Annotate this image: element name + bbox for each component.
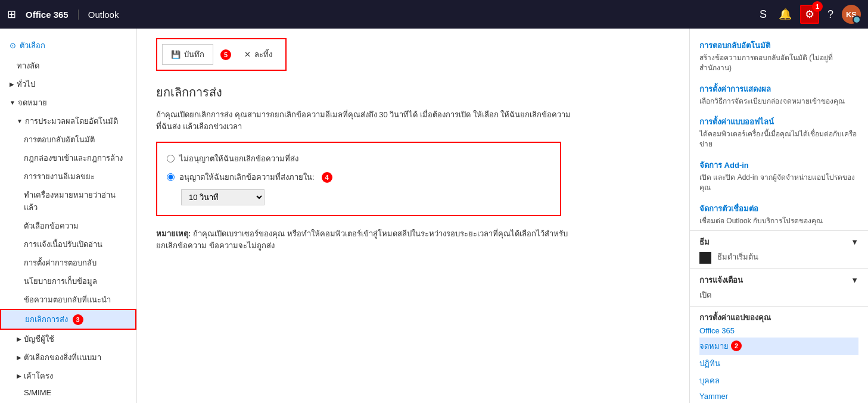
shortcuts-label: ทางลัด	[17, 61, 39, 70]
back-button[interactable]: ⊙ ตัวเลือก	[0, 35, 136, 57]
notification-title: การแจ้งเตือน	[699, 274, 743, 286]
save-button[interactable]: 💾 บันทึก	[162, 44, 213, 65]
display-settings-link[interactable]: การตั้งค่าการแสดงผล	[699, 83, 858, 95]
settings-badge: 1	[812, 1, 823, 12]
theme-header[interactable]: ธีม ▼	[699, 236, 858, 248]
sidebar-item-undo-send[interactable]: ยกเลิกการส่ง 3	[0, 309, 136, 330]
app-settings-link-people[interactable]: บุคคล	[699, 372, 858, 389]
app-settings-title: การตั้งค่าแอปของคุณ	[699, 311, 771, 324]
notification-expand-icon: ▼	[851, 276, 858, 285]
app-settings-link-yammer[interactable]: Yammer	[699, 389, 858, 403]
addins-link[interactable]: จัดการ Add-in	[699, 159, 858, 171]
theme-content: ธีมดำเริ่มต้น	[699, 251, 858, 264]
notification-content: เปิด	[699, 289, 858, 301]
sidebar-item-retention[interactable]: นโยบายการเก็บข้อมูล	[0, 272, 136, 290]
main-wrapper: ⊙ ตัวเลือก ทางลัด ▶ ทั่วไป ▼ จดหมาย ▼ กา…	[0, 29, 868, 403]
page-description: ถ้าคุณเปิดยกเลิกการส่ง คุณสามารถยกเลิกข้…	[156, 109, 573, 132]
sidebar-item-accounts[interactable]: ▶ บัญชีผู้ใช้	[0, 330, 136, 348]
app-title: Office 365	[26, 10, 79, 20]
note-label: หมายเหตุ:	[156, 229, 191, 238]
addins-desc: เปิด และปิด Add-in จากผู้จัดจำหน่ายแอปโป…	[699, 173, 858, 193]
sidebar-item-auto-processing[interactable]: ▼ การประมวลผลโดยอัตโนมัติ	[0, 112, 136, 130]
select-row: 10 วินาที 20 วินาที 30 วินาที	[167, 189, 550, 205]
sidebar-item-layout[interactable]: ▶ เค้าโครง	[0, 367, 136, 385]
offline-settings-link[interactable]: การตั้งค่าแบบออฟไลน์	[699, 115, 858, 128]
radio-no-undo[interactable]	[167, 155, 175, 163]
right-panel-offline-settings: การตั้งค่าแบบออฟไลน์ ได้คอมพิวเตอร์เครื่…	[690, 111, 868, 154]
app-settings-link-office365[interactable]: Office 365	[699, 324, 858, 338]
sidebar-item-attachment-options[interactable]: ▶ ตัวเลือกของสิ่งที่แนบมา	[0, 348, 136, 367]
left-sidebar: ⊙ ตัวเลือก ทางลัด ▶ ทั่วไป ▼ จดหมาย ▼ กา…	[0, 29, 137, 403]
radio-option2-label[interactable]: อนุญาตให้ฉันยกเลิกข้อความที่ส่งภายใน:	[179, 171, 315, 183]
app-settings-link-mail[interactable]: จดหมาย 2	[699, 338, 858, 355]
note-text: หมายเหตุ: ถ้าคุณเปิดเบราเซอร์ของคุณ หรือ…	[156, 228, 573, 251]
discard-icon: ✕	[244, 50, 251, 59]
arrow-right-icon-3: ▶	[17, 336, 21, 342]
notification-header[interactable]: การแจ้งเตือน ▼	[699, 274, 858, 286]
discard-label: ละทิ้ง	[254, 48, 272, 61]
right-panel-connectors: จัดการตัวเชื่อมต่อ เชื่อมต่อ Outlook กับ…	[690, 198, 868, 231]
notification-value: เปิด	[699, 290, 711, 299]
sidebar-item-shortcuts[interactable]: ทางลัด	[0, 57, 136, 75]
top-nav-left: ⊞ Office 365 Outlook	[7, 8, 119, 21]
accounts-label: บัญชีผู้ใช้	[24, 333, 54, 345]
back-label: ตัวเลือก	[20, 39, 45, 52]
general-label: ทั่วไป	[17, 78, 35, 90]
right-panel-auto-reply: การตอบกลับอัตโนมัติ สร้างข้อความการตอบกล…	[690, 35, 868, 78]
theme-color-swatch	[699, 252, 711, 264]
sidebar-item-mark-read[interactable]: ทำเครื่องหมายหมายว่าอ่านแล้ว	[0, 186, 136, 217]
sidebar-item-suggested-replies[interactable]: ข้อความตอบกลับที่แนะนำ	[0, 290, 136, 309]
auto-reply-link[interactable]: การตอบกลับอัตโนมัติ	[699, 39, 858, 52]
arrow-down-icon-2: ▼	[17, 118, 23, 124]
radio-option2-row: อนุญาตให้ฉันยกเลิกข้อความที่ส่งภายใน: 4	[167, 171, 550, 183]
user-avatar[interactable]: KS	[842, 5, 861, 24]
right-panel-app-settings-section: การตั้งค่าแอปของคุณ Office 365 จดหมาย 2 …	[690, 306, 868, 403]
sidebar-item-auto-reply[interactable]: การตอบกลับอัตโนมัติ	[0, 130, 136, 149]
display-settings-desc: เลือกวิธีการจัดระเบียบกล่องจดหมายเข้าของ…	[699, 96, 858, 107]
right-panel-notification-section: การแจ้งเตือน ▼ เปิด	[690, 268, 868, 306]
app-settings-links: Office 365 จดหมาย 2 ปฏิทิน บุคคล Yammer	[699, 324, 858, 403]
theme-title: ธีม	[699, 236, 710, 248]
undo-duration-select[interactable]: 10 วินาที 20 วินาที 30 วินาที	[181, 189, 265, 205]
mail-group-label: จดหมาย	[18, 96, 47, 109]
right-panel: การตอบกลับอัตโนมัติ สร้างข้อความการตอบกล…	[689, 29, 868, 403]
sidebar-item-inbox-rules[interactable]: กฎกล่องขาเข้าและกฎการล้าง	[0, 149, 136, 167]
connectors-desc: เชื่อมต่อ Outlook กับบริการโปรดของคุณ	[699, 216, 858, 226]
sidebar-item-reply-settings[interactable]: การตั้งค่าการตอบกลับ	[0, 254, 136, 272]
radio-option1-row: ไม่อนุญาตให้ฉันยกเลิกข้อความที่ส่ง	[167, 152, 550, 165]
sidebar-item-cleanup[interactable]: ล้างข้อมูลกล่องจดหมาย	[0, 400, 136, 403]
right-panel-addins: จัดการ Add-in เปิด และปิด Add-in จากผู้จ…	[690, 154, 868, 198]
sidebar-item-message-options[interactable]: ตัวเลือกข้อความ	[0, 217, 136, 235]
radio-allow-undo[interactable]	[167, 173, 175, 181]
gear-icon-wrapper: ⚙ 1	[800, 5, 819, 24]
discard-button[interactable]: ✕ ละทิ้ง	[236, 45, 281, 64]
sidebar-group-mail[interactable]: ▼ จดหมาย	[0, 93, 136, 112]
app-settings-link-calendar[interactable]: ปฏิทิน	[699, 355, 858, 372]
sidebar-item-read-receipts[interactable]: การแจ้งเนื้อปรับเปิดอ่าน	[0, 235, 136, 254]
arrow-down-icon: ▼	[10, 99, 15, 106]
layout-label: เค้าโครง	[24, 370, 53, 382]
theme-expand-icon: ▼	[851, 238, 858, 246]
notification-bell-icon[interactable]: 🔔	[775, 4, 795, 24]
sidebar-item-junk-report[interactable]: การรายงานอีเมลขยะ	[0, 167, 136, 186]
attachment-label: ตัวเลือกของสิ่งที่แนบมา	[24, 351, 101, 364]
page-title: ยกเลิกการส่ง	[156, 83, 670, 102]
waffle-icon[interactable]: ⊞	[7, 8, 16, 21]
save-icon: 💾	[171, 50, 181, 59]
auto-processing-label: การประมวลผลโดยอัตโนมัติ	[25, 115, 118, 127]
sidebar-item-general[interactable]: ▶ ทั่วไป	[0, 75, 136, 93]
note-content: ถ้าคุณเปิดเบราเซอร์ของคุณ หรือทำให้คอมพิ…	[156, 229, 568, 250]
back-icon: ⊙	[10, 41, 16, 50]
theme-value: ธีมดำเริ่มต้น	[717, 252, 758, 261]
app-subtitle: Outlook	[79, 10, 119, 20]
sidebar-item-smime[interactable]: S/MIME	[0, 385, 136, 400]
undo-send-badge: 3	[73, 314, 83, 325]
help-icon[interactable]: ?	[824, 5, 837, 24]
arrow-right-icon-5: ▶	[17, 373, 21, 379]
right-panel-theme-section: ธีม ▼ ธีมดำเริ่มต้น	[690, 230, 868, 268]
radio-option1-label[interactable]: ไม่อนุญาตให้ฉันยกเลิกข้อความที่ส่ง	[179, 152, 298, 165]
skype-icon[interactable]: S	[756, 5, 770, 24]
mail-badge: 2	[731, 340, 742, 351]
connectors-link[interactable]: จัดการตัวเชื่อมต่อ	[699, 202, 858, 215]
num-badge-5: 5	[220, 49, 231, 60]
